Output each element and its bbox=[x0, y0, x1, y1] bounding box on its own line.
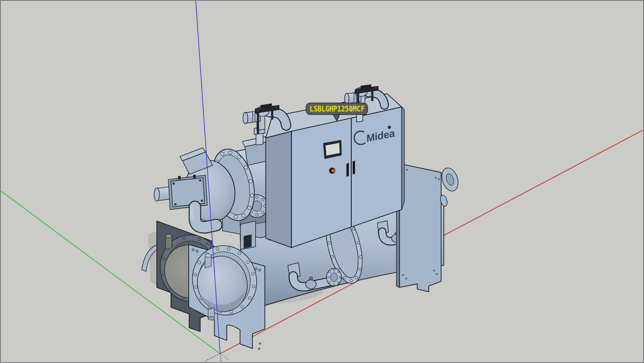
cabinet-side-face bbox=[266, 132, 291, 248]
label-text: LSBLGHP1250MCF bbox=[310, 104, 365, 113]
model-canvas[interactable]: Midea bbox=[1, 1, 643, 362]
door-handle-left[interactable] bbox=[346, 163, 349, 177]
sketchup-viewport[interactable]: Midea bbox=[0, 0, 644, 363]
door-handle-right[interactable] bbox=[353, 160, 355, 175]
cabinet-vent-dot bbox=[388, 126, 391, 129]
cabinet-right-edge bbox=[402, 107, 405, 210]
cabinet-display[interactable] bbox=[323, 140, 342, 159]
emergency-stop-button[interactable] bbox=[329, 168, 335, 174]
